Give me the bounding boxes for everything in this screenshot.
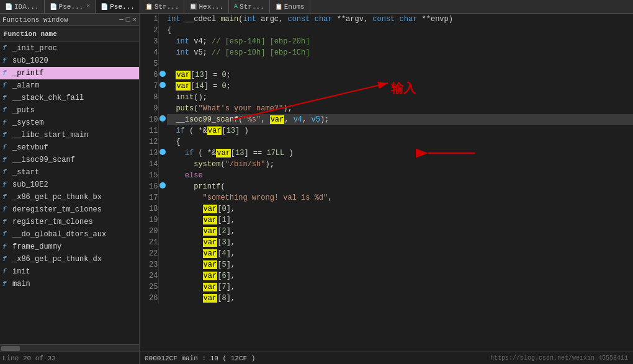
code-line-19[interactable]: 19 var[1], xyxy=(140,215,633,226)
code-line-9[interactable]: 9 puts("What's your name?"); xyxy=(140,103,633,114)
breakpoint-col[interactable] xyxy=(158,159,167,170)
code-line-11[interactable]: 11 if ( *&var[13] ) xyxy=(140,125,633,136)
function-item-_init_proc[interactable]: f_init_proc xyxy=(0,42,139,55)
code-line-22[interactable]: 22 var[4], xyxy=(140,248,633,259)
breakpoint-col[interactable] xyxy=(158,92,167,103)
code-line-23[interactable]: 23 var[5], xyxy=(140,259,633,270)
function-item-register_tm_clones[interactable]: fregister_tm_clones xyxy=(0,216,139,228)
code-line-4[interactable]: 4 int v5; // [esp-10h] [ebp-1Ch] xyxy=(140,47,633,58)
code-line-10[interactable]: 10 __isoc99_scanf("%s", var, v4, v5); xyxy=(140,114,633,125)
code-content[interactable]: 1 int __cdecl main(int argc, const char … xyxy=(140,14,633,352)
function-item-__do_global_dtors_aux[interactable]: f__do_global_dtors_aux xyxy=(0,228,139,241)
code-line-18[interactable]: 18 var[0], xyxy=(140,203,633,215)
function-name: _puts xyxy=(12,106,137,115)
tab-pse1-label: Pse... xyxy=(59,3,84,11)
function-list[interactable]: f_init_procfsub_1020f_printff_alarmf__st… xyxy=(0,42,139,344)
breakpoint-col[interactable] xyxy=(158,282,167,293)
tab-pse2[interactable]: 📄 Pse... xyxy=(96,0,140,13)
breakpoint-col[interactable] xyxy=(158,148,167,159)
function-item-_x86_get_pc_thunk_bx[interactable]: f_x86_get_pc_thunk_bx xyxy=(0,191,139,203)
function-item-_alarm[interactable]: f_alarm xyxy=(0,79,139,92)
code-line-3[interactable]: 3 int v4; // [esp-14h] [ebp-20h] xyxy=(140,36,633,47)
line-number: 22 xyxy=(140,248,158,259)
code-line-5[interactable]: 5 xyxy=(140,58,633,69)
code-line-6[interactable]: 6 var[13] = 0; xyxy=(140,69,633,81)
function-item-_puts[interactable]: f_puts xyxy=(0,104,139,117)
function-item-_printf[interactable]: f_printf xyxy=(0,67,139,79)
function-item-deregister_tm_clones[interactable]: fderegister_tm_clones xyxy=(0,203,139,216)
function-item-_x86_get_pc_thunk_dx[interactable]: f_x86_get_pc_thunk_dx xyxy=(0,253,139,265)
function-item-sub_10E2[interactable]: fsub_10E2 xyxy=(0,179,139,191)
code-line-26[interactable]: 26 var[8], xyxy=(140,293,633,304)
tab-pse1[interactable]: 📄 Pse... × xyxy=(45,0,96,13)
breakpoint-col[interactable] xyxy=(158,114,167,125)
code-line-21[interactable]: 21 var[3], xyxy=(140,237,633,248)
function-item-_system[interactable]: f_system xyxy=(0,117,139,129)
tab-str1-label: Str... xyxy=(155,3,179,11)
function-item-__libc_start_main[interactable]: f__libc_start_main xyxy=(0,129,139,141)
breakpoint-col[interactable] xyxy=(158,237,167,248)
function-item-main[interactable]: fmain xyxy=(0,278,139,290)
code-line-8[interactable]: 8 init(); xyxy=(140,92,633,103)
code-line-1[interactable]: 1 int __cdecl main(int argc, const char … xyxy=(140,14,633,25)
horizontal-scrollbar[interactable] xyxy=(0,344,139,352)
close-button[interactable]: × xyxy=(132,16,137,24)
breakpoint-col[interactable] xyxy=(158,170,167,181)
line-number: 19 xyxy=(140,215,158,226)
breakpoint-col[interactable] xyxy=(158,203,167,215)
breakpoint-col[interactable] xyxy=(158,226,167,237)
breakpoint-col[interactable] xyxy=(158,270,167,282)
tab-pse1-close[interactable]: × xyxy=(86,3,90,10)
minimize-button[interactable]: ─ xyxy=(119,16,123,24)
function-item-init[interactable]: finit xyxy=(0,265,139,278)
breakpoint-dot[interactable] xyxy=(159,82,166,88)
tab-ida[interactable]: 📄 IDA... xyxy=(0,0,45,13)
code-line-16[interactable]: 16 printf( xyxy=(140,181,633,192)
breakpoint-col[interactable] xyxy=(158,215,167,226)
breakpoint-col[interactable] xyxy=(158,103,167,114)
code-line-12[interactable]: 12 { xyxy=(140,136,633,148)
code-line-24[interactable]: 24 var[6], xyxy=(140,270,633,282)
code-line-25[interactable]: 25 var[7], xyxy=(140,282,633,293)
breakpoint-dot[interactable] xyxy=(159,182,166,189)
breakpoint-col[interactable] xyxy=(158,136,167,148)
breakpoint-col[interactable] xyxy=(158,259,167,270)
code-line-15[interactable]: 15 else xyxy=(140,170,633,181)
code-line-7[interactable]: 7 var[14] = 0; xyxy=(140,81,633,92)
code-line-14[interactable]: 14 system("/bin/sh"); xyxy=(140,159,633,170)
breakpoint-col[interactable] xyxy=(158,58,167,69)
function-icon: f xyxy=(2,69,10,77)
function-item-frame_dummy[interactable]: fframe_dummy xyxy=(0,241,139,253)
breakpoint-col[interactable] xyxy=(158,47,167,58)
code-line-17[interactable]: 17 "something wrong! val is %d", xyxy=(140,192,633,203)
tab-str2[interactable]: A Str... xyxy=(229,0,270,13)
tab-hex[interactable]: 🔲 Hex... xyxy=(184,0,229,13)
breakpoint-col[interactable] xyxy=(158,293,167,304)
code-line-13[interactable]: 13 if ( *&var[13] == 17LL ) xyxy=(140,148,633,159)
breakpoint-col[interactable] xyxy=(158,192,167,203)
breakpoint-col[interactable] xyxy=(158,181,167,192)
breakpoint-col[interactable] xyxy=(158,25,167,36)
tab-enums[interactable]: 📋 Enums xyxy=(270,0,310,13)
breakpoint-dot[interactable] xyxy=(159,71,166,77)
tab-str1[interactable]: 📋 Str... xyxy=(140,0,185,13)
breakpoint-col[interactable] xyxy=(158,69,167,81)
scrollbar-thumb[interactable] xyxy=(1,346,20,351)
function-item-sub_1020[interactable]: fsub_1020 xyxy=(0,55,139,67)
breakpoint-col[interactable] xyxy=(158,248,167,259)
code-line-2[interactable]: 2 { xyxy=(140,25,633,36)
breakpoint-dot[interactable] xyxy=(159,115,166,122)
breakpoint-col[interactable] xyxy=(158,14,167,25)
function-item-_setvbuf[interactable]: f_setvbuf xyxy=(0,141,139,154)
function-item-_start[interactable]: f_start xyxy=(0,166,139,179)
function-item-__isoc99_scanf[interactable]: f__isoc99_scanf xyxy=(0,154,139,166)
function-name: frame_dummy xyxy=(12,242,137,251)
function-name: __stack_chk_fail xyxy=(12,94,137,102)
maximize-button[interactable]: □ xyxy=(126,16,130,24)
breakpoint-col[interactable] xyxy=(158,36,167,47)
code-line-20[interactable]: 20 var[2], xyxy=(140,226,633,237)
breakpoint-dot[interactable] xyxy=(159,149,166,155)
function-item-__stack_chk_fail[interactable]: f__stack_chk_fail xyxy=(0,92,139,104)
breakpoint-col[interactable] xyxy=(158,81,167,92)
breakpoint-col[interactable] xyxy=(158,125,167,136)
